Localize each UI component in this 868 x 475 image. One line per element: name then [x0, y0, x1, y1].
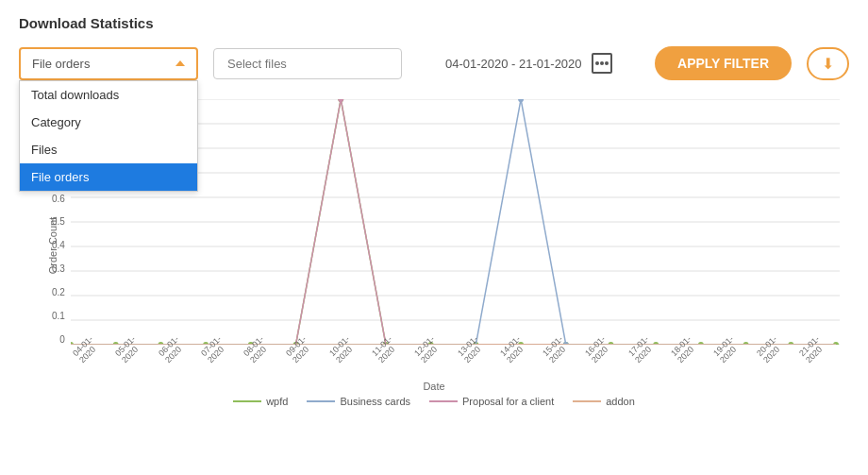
download-button[interactable]: ⬇ — [807, 47, 849, 80]
y-tick: 0.1 — [52, 311, 65, 321]
legend-item-wpfd: wpfd — [233, 396, 288, 407]
legend-label-wpfd: wpfd — [266, 396, 288, 407]
dropdown-item-files[interactable]: Files — [20, 136, 197, 163]
filter-dropdown-wrapper: File orders Total downloads Category Fil… — [19, 47, 198, 80]
calendar-icon[interactable] — [592, 53, 612, 74]
legend-label-proposal: Proposal for a client — [462, 396, 554, 407]
date-range-display: 04-01-2020 - 21-01-2020 — [445, 53, 612, 74]
svg-point-30 — [518, 99, 524, 102]
legend-color-proposal — [429, 400, 458, 402]
y-tick: 0 — [59, 334, 65, 345]
filter-bar: File orders Total downloads Category Fil… — [19, 46, 849, 80]
dropdown-item-category[interactable]: Category — [20, 109, 197, 136]
dropdown-item-total-downloads[interactable]: Total downloads — [20, 81, 197, 109]
svg-point-29 — [338, 99, 343, 102]
legend-label-addon: addon — [606, 396, 635, 407]
date-range-text: 04-01-2020 - 21-01-2020 — [445, 57, 582, 71]
legend-label-business-cards: Business cards — [340, 396, 410, 407]
dropdown-arrow-icon — [175, 60, 185, 66]
legend-color-wpfd — [233, 400, 261, 402]
dropdown-item-file-orders[interactable]: File orders — [20, 163, 197, 191]
legend-item-business-cards: Business cards — [307, 396, 410, 407]
legend-color-business-cards — [307, 400, 335, 402]
chart-legend: wpfd Business cards Proposal for a clien… — [19, 396, 849, 407]
y-tick: 0.6 — [52, 194, 65, 204]
y-tick: 0.2 — [52, 287, 65, 297]
y-tick: 0.3 — [52, 263, 65, 274]
legend-item-proposal: Proposal for a client — [429, 396, 554, 407]
y-tick: 0.4 — [52, 240, 65, 250]
legend-item-addon: addon — [573, 396, 635, 407]
select-files-input[interactable] — [213, 48, 402, 79]
legend-color-addon — [573, 400, 601, 402]
filter-dropdown-menu: Total downloads Category Files File orde… — [19, 80, 198, 192]
download-icon: ⬇ — [822, 55, 834, 73]
y-tick: 0.5 — [52, 216, 65, 227]
filter-dropdown-button[interactable]: File orders — [19, 47, 198, 80]
dropdown-selected-label: File orders — [32, 57, 90, 71]
page-title: Download Statistics — [19, 15, 849, 31]
x-axis-label: Date — [423, 381, 444, 392]
apply-filter-button[interactable]: APPLY FILTER — [655, 46, 792, 80]
